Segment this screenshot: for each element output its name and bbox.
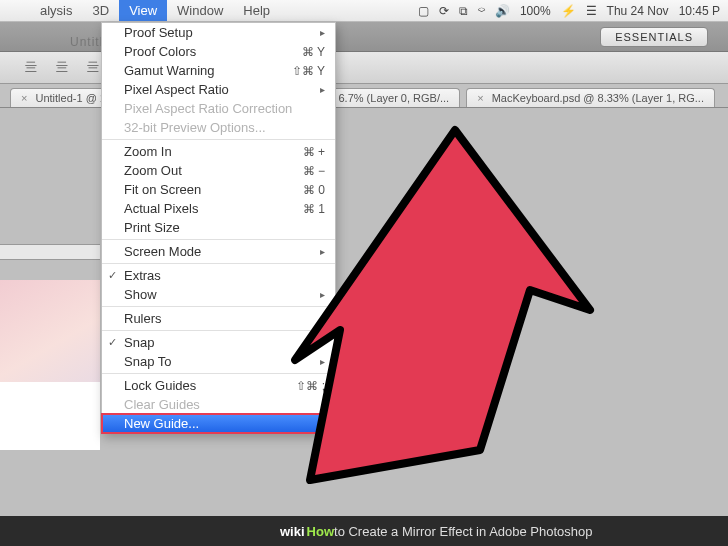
menu-item-proof-setup[interactable]: Proof Setup <box>102 23 335 42</box>
menu-item-show[interactable]: Show <box>102 285 335 304</box>
menu-item-label: Proof Setup <box>124 25 193 40</box>
menubar-item[interactable]: 3D <box>83 0 120 21</box>
menu-item-label: Extras <box>124 268 161 283</box>
document-tab[interactable]: × MacKeyboard.psd @ 8.33% (Layer 1, RG..… <box>466 88 715 107</box>
menubar-item-view[interactable]: View <box>119 0 167 21</box>
menu-item-lock-guides[interactable]: Lock Guides⇧⌘ ; <box>102 376 335 395</box>
menu-item-zoom-in[interactable]: Zoom In⌘ + <box>102 142 335 161</box>
menu-item-label: Zoom In <box>124 144 172 159</box>
menu-item-zoom-out[interactable]: Zoom Out⌘ − <box>102 161 335 180</box>
document-canvas[interactable] <box>0 280 100 450</box>
menu-item-actual-pixels[interactable]: Actual Pixels⌘ 1 <box>102 199 335 218</box>
status-date: Thu 24 Nov <box>607 4 669 18</box>
battery-percent: 100% <box>520 4 551 18</box>
menu-shortcut: ⌘ + <box>303 145 325 159</box>
menu-shortcut: ⇧⌘ Y <box>292 64 325 78</box>
document-tab-label: Untitled-1 @ 1 <box>36 92 106 104</box>
ruler-horizontal <box>0 244 100 260</box>
menubar-item[interactable]: alysis <box>30 0 83 21</box>
align-icon[interactable]: 亖 <box>25 59 38 76</box>
battery-icon: ⚡ <box>561 4 576 18</box>
menu-shortcut: ⌘ 1 <box>303 202 325 216</box>
close-icon[interactable]: × <box>477 92 483 104</box>
menu-shortcut: ⌘ Y <box>302 45 325 59</box>
airplay-icon: ▢ <box>418 4 429 18</box>
image-content <box>0 280 100 382</box>
menu-item-label: Pixel Aspect Ratio Correction <box>124 101 292 116</box>
menu-item-extras[interactable]: Extras <box>102 266 335 285</box>
menu-item-32-bit-preview-options: 32-bit Preview Options... <box>102 118 335 137</box>
menubar-item[interactable]: Window <box>167 0 233 21</box>
menu-item-label: Fit on Screen <box>124 182 201 197</box>
menu-item-snap-to[interactable]: Snap To <box>102 352 335 371</box>
document-tab-label: MacKeyboard.psd @ 8.33% (Layer 1, RG... <box>492 92 704 104</box>
brand-wiki: wiki <box>280 524 305 539</box>
tray-icon: ☰ <box>586 4 597 18</box>
status-time: 10:45 P <box>679 4 720 18</box>
menu-item-print-size[interactable]: Print Size <box>102 218 335 237</box>
wifi-icon: ⌔ <box>478 4 485 18</box>
volume-icon: 🔊 <box>495 4 510 18</box>
menu-item-label: Clear Guides <box>124 397 200 412</box>
menu-item-clear-guides: Clear Guides <box>102 395 335 414</box>
align-icon[interactable]: 亖 <box>56 59 69 76</box>
menu-item-label: Lock Guides <box>124 378 196 393</box>
close-icon[interactable]: × <box>21 92 27 104</box>
menubar-item[interactable]: Help <box>233 0 280 21</box>
wikihow-footer: wikiHow to Create a Mirror Effect in Ado… <box>0 516 728 546</box>
menu-item-label: New Guide... <box>124 416 199 431</box>
menu-item-pixel-aspect-ratio[interactable]: Pixel Aspect Ratio <box>102 80 335 99</box>
brand-how: How <box>307 524 334 539</box>
footer-title: to Create a Mirror Effect in Adobe Photo… <box>334 524 592 539</box>
menu-item-fit-on-screen[interactable]: Fit on Screen⌘ 0 <box>102 180 335 199</box>
menu-item-gamut-warning[interactable]: Gamut Warning⇧⌘ Y <box>102 61 335 80</box>
menu-item-label: Proof Colors <box>124 44 196 59</box>
menu-shortcut: ⇧⌘ ; <box>296 379 325 393</box>
menu-shortcut: ⌘ 0 <box>303 183 325 197</box>
menu-item-label: 32-bit Preview Options... <box>124 120 266 135</box>
menu-item-pixel-aspect-ratio-correction: Pixel Aspect Ratio Correction <box>102 99 335 118</box>
menu-item-rulers[interactable]: Rulers <box>102 309 335 328</box>
menu-item-label: Gamut Warning <box>124 63 215 78</box>
mac-menubar: alysis 3D View Window Help ▢ ⟳ ⧉ ⌔ 🔊 100… <box>0 0 728 22</box>
workspace-essentials-button[interactable]: ESSENTIALS <box>600 27 708 47</box>
menu-item-label: Snap To <box>124 354 171 369</box>
document-tab-label: 6.7% (Layer 0, RGB/... <box>338 92 449 104</box>
menu-item-label: Snap <box>124 335 154 350</box>
menu-item-screen-mode[interactable]: Screen Mode <box>102 242 335 261</box>
menu-item-label: Rulers <box>124 311 162 326</box>
sync-icon: ⟳ <box>439 4 449 18</box>
menu-item-new-guide[interactable]: New Guide... <box>102 414 335 433</box>
menu-item-proof-colors[interactable]: Proof Colors⌘ Y <box>102 42 335 61</box>
menu-item-label: Zoom Out <box>124 163 182 178</box>
menu-shortcut: ⌘ − <box>303 164 325 178</box>
menu-item-label: Screen Mode <box>124 244 201 259</box>
menu-item-snap[interactable]: Snap <box>102 333 335 352</box>
menu-item-label: Show <box>124 287 157 302</box>
align-icon[interactable]: 亖 <box>87 59 100 76</box>
view-menu-dropdown: Proof SetupProof Colors⌘ YGamut Warning⇧… <box>101 22 336 434</box>
status-tray: ▢ ⟳ ⧉ ⌔ 🔊 100% ⚡ ☰ Thu 24 Nov 10:45 P <box>418 4 728 18</box>
bluetooth-icon: ⧉ <box>459 4 468 18</box>
menu-item-label: Actual Pixels <box>124 201 198 216</box>
menu-item-label: Print Size <box>124 220 180 235</box>
menu-item-label: Pixel Aspect Ratio <box>124 82 229 97</box>
